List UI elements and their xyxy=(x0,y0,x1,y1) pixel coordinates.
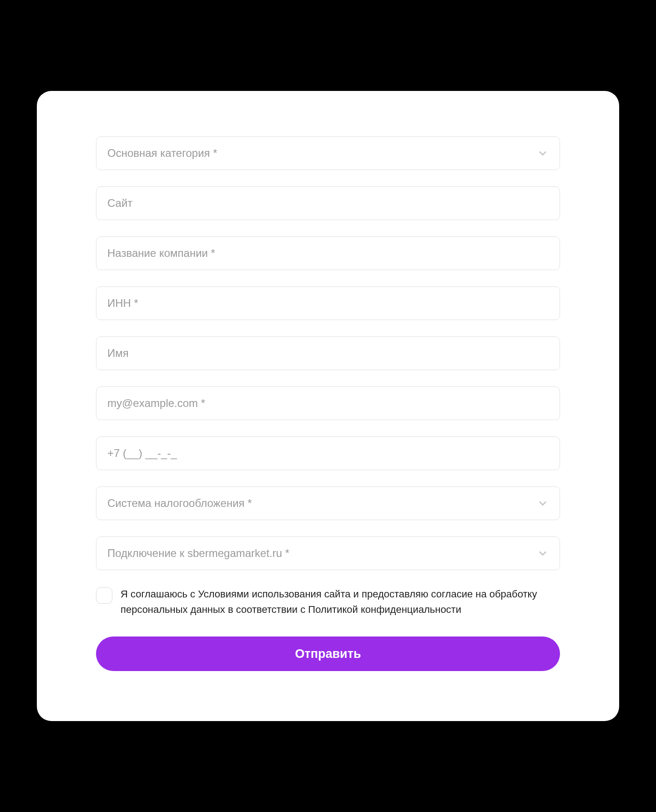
tax-system-placeholder: Система налогообложения * xyxy=(107,497,252,510)
email-field xyxy=(96,386,560,420)
tax-system-select[interactable]: Система налогообложения * xyxy=(96,486,560,520)
inn-input[interactable] xyxy=(96,286,560,320)
inn-field xyxy=(96,286,560,320)
company-input[interactable] xyxy=(96,236,560,270)
registration-form-card: Основная категория * Система налогооблож… xyxy=(37,91,619,721)
connection-field: Подключение к sbermegamarket.ru * xyxy=(96,536,560,570)
website-input[interactable] xyxy=(96,186,560,220)
connection-select[interactable]: Подключение к sbermegamarket.ru * xyxy=(96,536,560,570)
company-field xyxy=(96,236,560,270)
category-select[interactable]: Основная категория * xyxy=(96,136,560,170)
connection-placeholder: Подключение к sbermegamarket.ru * xyxy=(107,547,289,560)
phone-field xyxy=(96,436,560,470)
category-field: Основная категория * xyxy=(96,136,560,170)
name-field xyxy=(96,336,560,370)
tax-system-field: Система налогообложения * xyxy=(96,486,560,520)
email-input[interactable] xyxy=(96,386,560,420)
consent-row: Я соглашаюсь с Условиями использования с… xyxy=(96,586,560,617)
category-placeholder: Основная категория * xyxy=(107,147,217,160)
name-input[interactable] xyxy=(96,336,560,370)
consent-text: Я соглашаюсь с Условиями использования с… xyxy=(121,586,560,617)
submit-button[interactable]: Отправить xyxy=(96,637,560,671)
consent-checkbox[interactable] xyxy=(96,587,112,604)
phone-input[interactable] xyxy=(96,436,560,470)
website-field xyxy=(96,186,560,220)
